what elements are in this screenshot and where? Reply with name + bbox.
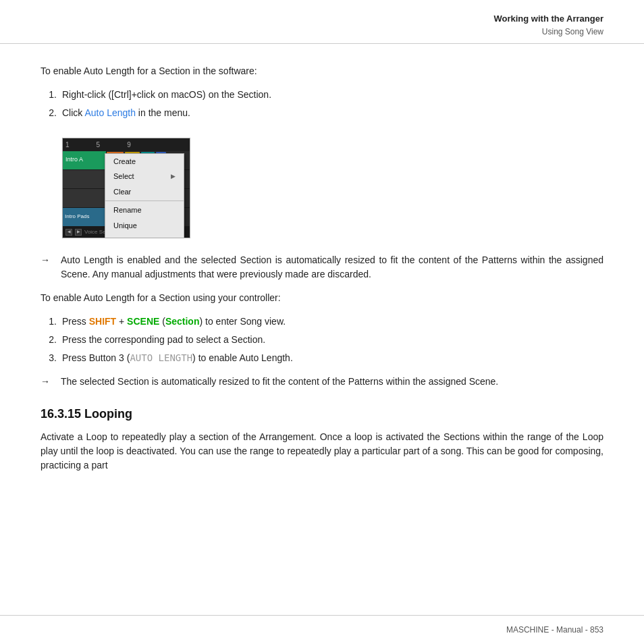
result-2-bullet: → The selected Section is automatically …	[41, 375, 603, 389]
software-step-2: 2. Click Auto Length in the menu.	[41, 106, 603, 120]
screenshot-container: 1 5 9 Intro A	[62, 138, 190, 238]
transport-next[interactable]: ▶	[75, 229, 82, 236]
cm-color-arrow: ▶	[171, 236, 176, 238]
result-1-text: Auto Length is enabled and the selected …	[61, 253, 603, 281]
header-subtitle: Using Song View	[41, 26, 603, 38]
controller-step-2: 2. Press the corresponding pad to select…	[41, 333, 603, 347]
result-2-text: The selected Section is automatically re…	[61, 375, 498, 389]
shift-label: SHIFT	[89, 316, 116, 327]
cm-rename[interactable]: Rename	[105, 203, 184, 218]
ctrl-step-num-3: 3.	[41, 351, 57, 365]
track-label-intro-pads: Intro Pads	[63, 208, 107, 226]
scene-label: SCENE	[127, 316, 159, 327]
cm-create-label: Create	[113, 156, 136, 167]
track-label-3	[63, 189, 107, 207]
intro-text: To enable Auto Length for a Section in t…	[41, 64, 603, 78]
ctrl-step-num-2: 2.	[41, 333, 57, 347]
controller-intro: To enable Auto Length for a Section usin…	[41, 291, 603, 305]
auto-length-link[interactable]: Auto Length	[84, 107, 136, 118]
cm-rename-label: Rename	[113, 205, 142, 216]
marker-1: 1	[65, 140, 70, 150]
marker-9: 9	[127, 140, 131, 150]
section-heading-looping: 16.3.15 Looping	[41, 405, 603, 423]
cm-clear[interactable]: Clear	[105, 184, 184, 200]
software-step-1: 1. Right-click ([Ctrl]+click on macOS) o…	[41, 88, 603, 102]
step-text-2: Click Auto Length in the menu.	[62, 106, 190, 120]
header-title: Working with the Arranger	[41, 12, 603, 26]
marker-5: 5	[97, 140, 101, 150]
cm-select-arrow: ▶	[171, 172, 176, 182]
step-text-1: Right-click ([Ctrl]+click on macOS) on t…	[62, 88, 271, 102]
page-content: To enable Auto Length for a Section in t…	[0, 44, 644, 498]
step-num-2: 2.	[41, 106, 57, 120]
auto-length-mono: AUTO LENGTH	[130, 352, 192, 363]
cm-color[interactable]: Color ▶	[105, 233, 184, 238]
ctrl-step-text-2: Press the corresponding pad to select a …	[62, 333, 265, 347]
footer-right: MASCHINE - Manual - 853	[506, 624, 603, 636]
cm-select[interactable]: Select ▶	[105, 169, 184, 184]
page-header: Working with the Arranger Using Song Vie…	[0, 0, 644, 44]
arranger-area: 1 5 9 Intro A	[62, 138, 190, 238]
cm-unique[interactable]: Unique	[105, 218, 184, 234]
arrow-icon-2: →	[41, 375, 54, 389]
transport-prev[interactable]: ◀	[65, 229, 72, 236]
page-footer: MASCHINE - Manual - 853	[0, 615, 644, 644]
looping-text: Activate a Loop to repeatedly play a sec…	[41, 430, 603, 473]
controller-step-3: 3. Press Button 3 (AUTO LENGTH) to enabl…	[41, 351, 603, 365]
arranger-topbar: 1 5 9	[63, 138, 190, 151]
cm-unique-label: Unique	[113, 220, 137, 232]
cm-separator-1	[105, 200, 184, 201]
ctrl-step-num-1: 1.	[41, 315, 57, 329]
track-label-intro-a: Intro A	[63, 151, 107, 169]
cm-create[interactable]: Create	[105, 154, 184, 169]
ctrl-step-text-3: Press Button 3 (AUTO LENGTH) to enable A…	[62, 351, 293, 365]
controller-step-1: 1. Press SHIFT + SCENE (Section) to ente…	[41, 315, 603, 329]
controller-steps-list: 1. Press SHIFT + SCENE (Section) to ente…	[41, 315, 603, 365]
cm-color-label: Color	[113, 235, 131, 238]
arrow-icon-1: →	[41, 253, 54, 281]
result-1-bullet: → Auto Length is enabled and the selecte…	[41, 253, 603, 281]
track-label-2	[63, 170, 107, 188]
section-label: Section	[165, 316, 200, 327]
arranger-screenshot: 1 5 9 Intro A	[62, 138, 190, 238]
context-menu: Create Select ▶ Clear Rename Unique	[105, 153, 184, 238]
software-steps-list: 1. Right-click ([Ctrl]+click on macOS) o…	[41, 88, 603, 120]
ctrl-step-text-1: Press SHIFT + SCENE (Section) to enter S…	[62, 315, 286, 329]
step-num-1: 1.	[41, 88, 57, 102]
cm-select-label: Select	[113, 171, 134, 182]
cm-clear-label: Clear	[113, 186, 131, 198]
